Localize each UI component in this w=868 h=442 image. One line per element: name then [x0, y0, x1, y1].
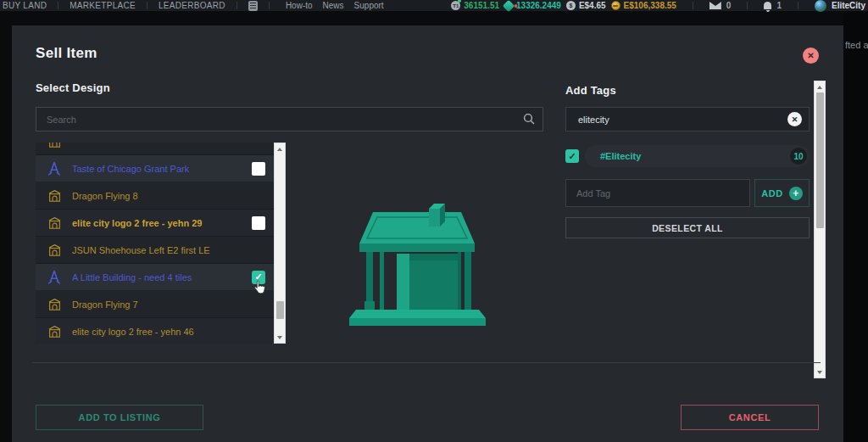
building-icon	[47, 325, 62, 338]
tag-filter	[565, 107, 810, 131]
tag-checkbox-checked[interactable]	[565, 149, 579, 163]
building-icon	[47, 189, 62, 203]
tag-label: #Elitecity	[600, 151, 790, 161]
gem-icon	[503, 0, 515, 12]
scrollbar-thumb[interactable]	[816, 92, 824, 228]
design-item-label: elite city logo 2 free - yehn 29	[72, 218, 247, 228]
design-list-item[interactable]: Dragon Flying 8	[36, 182, 274, 210]
add-tags-heading: Add Tags	[565, 84, 616, 97]
cancel-button[interactable]: CANCEL	[681, 405, 819, 430]
design-item-checkbox[interactable]	[252, 162, 265, 176]
plus-icon	[789, 187, 803, 200]
background-panel: fted a j	[843, 11, 868, 442]
dollar-coin-icon: $	[566, 1, 576, 10]
scroll-up-icon[interactable]	[275, 144, 285, 154]
close-icon[interactable]	[803, 48, 819, 64]
link-news[interactable]: News	[323, 1, 344, 10]
add-to-listing-button[interactable]: ADD TO LISTING	[36, 405, 203, 430]
design-item-label: Dragon Flying 7	[72, 299, 265, 310]
landmark-icon	[47, 161, 61, 176]
divider	[147, 2, 147, 9]
deselect-all-button[interactable]: DESELECT ALL	[565, 217, 810, 238]
design-item-label: JSUN Shoehouse Left E2 first LE	[72, 245, 265, 255]
nav-leaderboard[interactable]: LEADERBOARD	[159, 1, 225, 10]
balance-t1[interactable]: T1 36151.51	[451, 1, 499, 10]
top-navigation-bar: BUY LAND MARKETPLACE LEADERBOARD How-to …	[0, 0, 868, 11]
divider	[798, 2, 798, 9]
nav-marketplace[interactable]: MARKETPLACE	[70, 1, 136, 10]
sell-item-modal: Sell Item Select Design	[12, 25, 843, 442]
divider	[58, 2, 58, 9]
design-list-item[interactable]: Dragon Flying 7	[36, 291, 274, 318]
tag-pill[interactable]: #Elitecity 10	[585, 145, 810, 167]
balance-usd[interactable]: $ E$4.65	[566, 1, 606, 10]
search-input[interactable]	[36, 107, 543, 131]
username[interactable]: EliteCity	[832, 1, 865, 10]
add-tag-button[interactable]: ADD	[754, 179, 810, 207]
design-list-item[interactable]: elite city logo 2 free - yehn 46	[36, 318, 274, 344]
bell-icon[interactable]	[764, 2, 771, 9]
design-item-checkbox[interactable]	[252, 271, 265, 284]
tag-filter-input[interactable]	[565, 107, 810, 131]
tag-count-badge: 10	[790, 148, 807, 165]
design-item-label: Taste of Chicago Grant Park	[72, 164, 247, 174]
scroll-down-icon[interactable]	[815, 367, 825, 377]
mail-icon[interactable]	[709, 2, 721, 9]
balance-gold[interactable]: E$106,338.55	[611, 1, 676, 10]
add-tag-input[interactable]	[565, 179, 750, 207]
design-item-checkbox[interactable]	[252, 216, 265, 230]
design-item-label: Dragon Flying 8	[72, 191, 265, 201]
feed-icon[interactable]	[248, 1, 258, 11]
design-item-label: A Little Building - need 4 tiles	[72, 272, 247, 283]
link-support[interactable]: Support	[354, 1, 384, 10]
search-icon	[523, 113, 535, 125]
design-list-item[interactable]: elite city logo 2 free - yehn 29	[36, 210, 274, 237]
divider	[32, 362, 821, 363]
bell-count: 1	[776, 1, 782, 10]
balance-gem[interactable]: 13326.2449	[504, 1, 561, 10]
design-list-scrollbar[interactable]	[274, 143, 286, 344]
divider	[747, 2, 748, 9]
design-list-item[interactable]: JSUN Shoehouse Left E2 first LE	[36, 237, 274, 264]
building-icon	[47, 298, 62, 311]
design-list-item[interactable]: A Little Building - need 4 tiles	[36, 264, 274, 291]
clear-icon[interactable]	[787, 112, 802, 126]
nav-buy-land[interactable]: BUY LAND	[3, 1, 47, 10]
add-tag	[565, 179, 750, 207]
design-item-label: elite city logo 2 free - yehn 46	[72, 327, 265, 337]
design-search	[36, 107, 543, 131]
design-list-item[interactable]	[36, 143, 274, 155]
divider	[693, 2, 693, 9]
scroll-up-icon[interactable]	[815, 82, 825, 92]
building-icon	[47, 143, 62, 148]
divider	[236, 2, 237, 9]
modal-scrollbar[interactable]	[814, 81, 826, 378]
select-design-heading: Select Design	[36, 81, 110, 94]
divider	[269, 2, 270, 9]
design-list-item[interactable]: Taste of Chicago Grant Park	[36, 155, 274, 182]
tag-row: #Elitecity 10	[565, 145, 810, 167]
avatar[interactable]	[815, 0, 826, 12]
design-3d-preview[interactable]	[331, 185, 526, 339]
landmark-icon	[47, 270, 61, 285]
page-title: Sell Item	[36, 45, 97, 62]
mail-count: 0	[726, 1, 732, 10]
design-list: Taste of Chicago Grant Park Dragon Flyin…	[36, 143, 274, 344]
building-icon	[47, 216, 62, 230]
link-how-to[interactable]: How-to	[286, 1, 313, 10]
scroll-down-icon[interactable]	[275, 333, 285, 342]
notification-fragment: fted a j	[845, 40, 868, 50]
scrollbar-thumb[interactable]	[276, 301, 284, 319]
building-icon	[47, 243, 62, 257]
t1-coin-icon: T1	[451, 1, 460, 10]
gold-coin-icon	[611, 1, 620, 10]
